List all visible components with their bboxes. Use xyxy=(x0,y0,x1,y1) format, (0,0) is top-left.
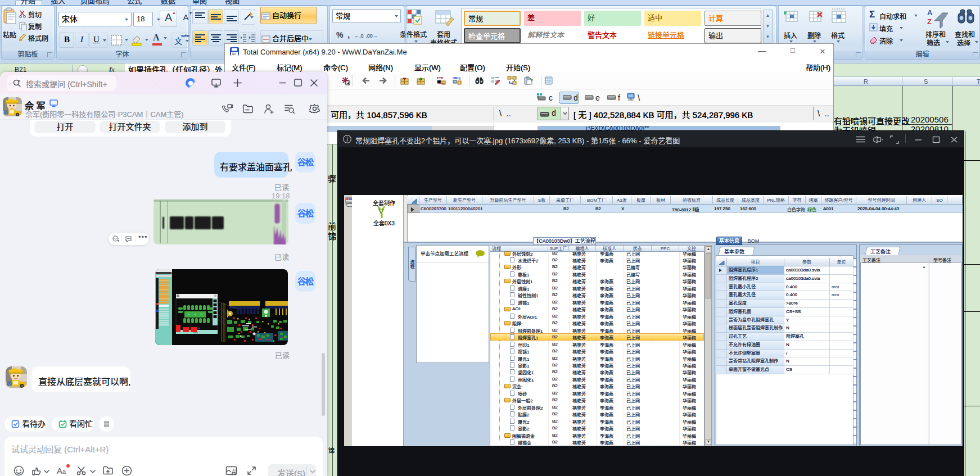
svg-text:URL: URL xyxy=(453,76,460,80)
svg-text:Z: Z xyxy=(927,17,932,26)
svg-text:64: 64 xyxy=(232,52,236,56)
svg-text:FTP: FTP xyxy=(437,76,443,80)
svg-text:A: A xyxy=(927,8,933,17)
svg-text:AI: AI xyxy=(232,469,236,472)
